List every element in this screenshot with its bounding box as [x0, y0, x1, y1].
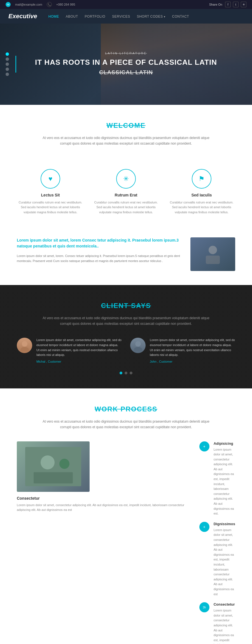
nav-link-about[interactable]: ABOUT	[66, 15, 78, 18]
svg-point-5	[134, 347, 142, 351]
share-on-label: Share On	[209, 3, 222, 6]
svg-rect-8	[34, 472, 73, 483]
feature-2: ✳ Rutrum Erat Curabitur convallis rutrum…	[92, 169, 160, 215]
nav-item-shortcodes[interactable]: SHORT CODES	[137, 14, 165, 18]
feature-icon-2: ✳	[116, 169, 136, 189]
work-item-1: + Adipisicing Lorem ipsum dolor sit amet…	[199, 441, 235, 516]
hero-title-line2: CLASSICAL LATIN	[99, 69, 153, 75]
testimonial-2: Lorem ipsum dolor sit amet, consectetur …	[130, 338, 235, 363]
work-left: Consectetur Lorem ipsum dolor sit amet, …	[17, 441, 188, 644]
avatar-icon-1	[19, 340, 30, 351]
work-below: Consectetur Lorem ipsum dolor sit amet, …	[17, 496, 188, 513]
star-icon[interactable]: ✳	[241, 2, 246, 7]
svg-point-0	[209, 246, 217, 254]
phone-number: +080 264 995	[56, 3, 75, 6]
logo[interactable]: Executive	[8, 13, 37, 20]
work-below-title: Consectetur	[17, 496, 188, 501]
testimonial-text-1: Lorem ipsum dolor sit amet, consectetur …	[36, 338, 122, 357]
email-address: mail@example.com	[15, 3, 42, 6]
testimonials: Lorem ipsum dolor sit amet, consectetur …	[17, 338, 235, 363]
nav-link-services[interactable]: SERVICES	[112, 15, 130, 18]
svg-point-9	[59, 459, 69, 469]
feature-title-1: Lectus Sit	[17, 193, 84, 197]
work-image	[17, 441, 90, 492]
work-item-title-2: Dignissimos	[214, 522, 235, 526]
about-image	[190, 237, 235, 271]
nav-item-home[interactable]: HOME	[48, 14, 59, 18]
svg-point-7	[41, 455, 55, 469]
about-image-inner	[190, 237, 235, 271]
nav-item-about[interactable]: ABOUT	[66, 14, 78, 18]
hero-divider	[15, 56, 16, 73]
top-bar-right: Share On f t ✳	[209, 2, 246, 7]
hero-side-dots	[6, 52, 9, 76]
work-item-2: + Dignissimos Lorem ipsum dolor sit amet…	[199, 522, 235, 597]
work-item-text-3: Consectetur Lorem ipsum dolor sit amet, …	[214, 602, 235, 644]
nav-links: HOME ABOUT PORTFOLIO SERVICES SHORT CODE…	[48, 14, 189, 18]
hero-dot-3[interactable]	[6, 62, 9, 66]
svg-point-4	[135, 341, 141, 347]
work-icon-3: 3h	[199, 602, 209, 612]
top-bar-left: ✉ mail@example.com 📞 +080 264 995	[6, 2, 75, 7]
hero-title-line1: IT HAS ROOTS IN A PIECE OF CLASSICAL LAT…	[35, 58, 217, 66]
nav-item-services[interactable]: SERVICES	[112, 14, 130, 18]
nav-link-home[interactable]: HOME	[48, 15, 59, 18]
slider-dots	[17, 372, 235, 374]
slider-dot-3[interactable]	[130, 372, 132, 374]
about-para: Lorem ipsum dolor sit amet, lorem. Conse…	[17, 253, 182, 264]
hero-dot-4[interactable]	[6, 68, 9, 71]
welcome-text: At vero eos et accusamus et iusto odio d…	[39, 135, 213, 147]
work-item-title-3: Consectetur	[214, 602, 235, 606]
work-content: Consectetur Lorem ipsum dolor sit amet, …	[17, 441, 235, 644]
work-item-title-1: Adipisicing	[214, 441, 235, 446]
hero-subtitle: LATIN LITERATURE	[35, 52, 217, 55]
nav-item-portfolio[interactable]: PORTFOLIO	[85, 14, 106, 18]
work-item-text-1: Adipisicing Lorem ipsum dolor sit amet, …	[214, 441, 235, 516]
work-item-text-2: Dignissimos Lorem ipsum dolor sit amet, …	[214, 522, 235, 597]
work-item-desc-1: Lorem ipsum dolor sit amet, consectetur …	[214, 447, 235, 516]
feature-desc-2: Curabitur convallis rutrum erat nec vest…	[92, 200, 160, 215]
nav-link-shortcodes[interactable]: SHORT CODES	[137, 15, 165, 18]
work-item-desc-2: Lorem ipsum dolor sit amet, consectetur …	[214, 528, 235, 597]
testimonial-content-1: Lorem ipsum dolor sit amet, consectetur …	[36, 338, 122, 363]
welcome-title: WELCOME	[22, 122, 230, 129]
facebook-icon[interactable]: f	[225, 2, 231, 7]
feature-desc-1: Curabitur convallis rutrum erat nec vest…	[17, 200, 84, 215]
work-icon-2: +	[199, 522, 209, 532]
client-section: CLIENT SAYS At vero eos et accusamus et …	[0, 285, 252, 388]
slider-dot-2[interactable]	[125, 372, 127, 374]
client-title: CLIENT SAYS	[17, 302, 235, 310]
work-items: + Adipisicing Lorem ipsum dolor sit amet…	[199, 441, 235, 644]
about-heading: Lorem ipsum dolor sit amet, lorem Consec…	[17, 237, 182, 249]
hero-dot-2[interactable]	[6, 57, 9, 61]
feature-title-3: Sed Iaculis	[168, 193, 235, 197]
nav-link-portfolio[interactable]: PORTFOLIO	[85, 15, 106, 18]
work-item-3: 3h Consectetur Lorem ipsum dolor sit ame…	[199, 602, 235, 644]
work-illustration	[25, 447, 81, 486]
hero-dot-5[interactable]	[6, 73, 9, 76]
avatar-icon-2	[132, 340, 144, 351]
nav-link-contact[interactable]: CONTACT	[172, 15, 189, 18]
features-section: ♥ Lectus Sit Curabitur convallis rutrum …	[0, 169, 252, 229]
about-illustration	[202, 243, 224, 265]
avatar-1	[17, 338, 32, 353]
feature-desc-3: Curabitur convallis rutrum erat nec vest…	[168, 200, 235, 215]
top-bar: ✉ mail@example.com 📞 +080 264 995 Share …	[0, 0, 252, 9]
nav-item-contact[interactable]: CONTACT	[172, 14, 189, 18]
testimonial-1: Lorem ipsum dolor sit amet, consectetur …	[17, 338, 122, 363]
svg-rect-1	[206, 256, 220, 264]
about-section: Lorem ipsum dolor sit amet, lorem Consec…	[0, 229, 252, 285]
testimonial-content-2: Lorem ipsum dolor sit amet, consectetur …	[150, 338, 235, 363]
testimonial-name-1: Michal , Customer	[36, 360, 122, 363]
twitter-icon[interactable]: t	[233, 2, 239, 7]
testimonial-text-2: Lorem ipsum dolor sit amet, consectetur …	[150, 338, 235, 357]
work-title: WORK PROCESS	[17, 405, 235, 413]
svg-point-2	[22, 341, 27, 347]
feature-title-2: Rutrum Erat	[92, 193, 160, 197]
work-item-desc-3: Lorem ipsum dolor sit amet, consectetur …	[214, 608, 235, 644]
work-icon-1: +	[199, 441, 209, 451]
work-subtitle: At vero eos et accusamus et iusto odio d…	[39, 419, 213, 430]
hero-dot-1[interactable]	[6, 52, 9, 56]
testimonial-name-2: John , Customer	[150, 360, 235, 363]
slider-dot-1[interactable]	[120, 372, 122, 374]
